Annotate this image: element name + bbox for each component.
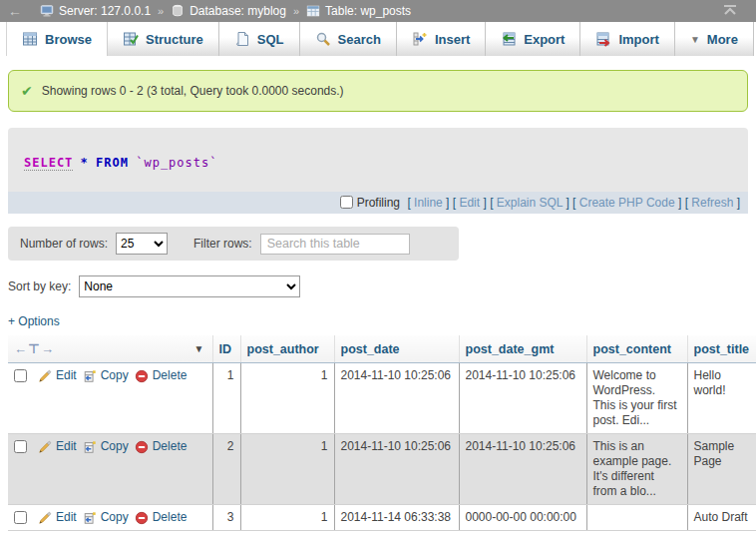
tab-search-label: Search — [338, 32, 381, 47]
edit-label: Edit — [56, 439, 77, 454]
cell-post-author: 1 — [240, 434, 334, 505]
row-edit-link[interactable]: Edit — [38, 439, 77, 454]
status-message: ✔ Showing rows 0 - 2 (3 total, Query too… — [8, 70, 748, 112]
pencil-icon — [38, 440, 52, 454]
browse-icon — [22, 31, 38, 47]
server-breadcrumb-bar: ← Server: 127.0.0.1 » Database: myblog »… — [0, 0, 756, 22]
cell-post-date: 2014-11-10 10:25:06 — [334, 434, 459, 505]
row-edit-link[interactable]: Edit — [38, 510, 77, 525]
cell-post-date-gmt: 2014-11-10 10:25:06 — [459, 434, 586, 505]
column-header-post-content[interactable]: post_content — [586, 335, 687, 363]
sort-control-row: Sort by key: None — [8, 275, 748, 297]
table-row: Edit Copy Delete 1 1 2014-11-10 10:25:06… — [8, 363, 756, 434]
edit-query-link[interactable]: Edit — [459, 196, 480, 210]
results-table: ←⊤→ ▼ ID post_author post_date post_date… — [8, 335, 756, 531]
delete-icon — [135, 440, 149, 454]
cell-post-date: 2014-11-14 06:33:38 — [334, 505, 459, 531]
breadcrumb-database[interactable]: Database: myblog — [171, 4, 286, 18]
column-header-post-date[interactable]: post_date — [334, 335, 459, 363]
column-header-post-date-gmt[interactable]: post_date_gmt — [459, 335, 586, 363]
main-content: ✔ Showing rows 0 - 2 (3 total, Query too… — [0, 56, 756, 531]
cell-post-date: 2014-11-10 10:25:06 — [334, 363, 459, 434]
breadcrumb-table[interactable]: Table: wp_posts — [306, 4, 411, 18]
tab-insert-label: Insert — [435, 32, 470, 47]
tab-export[interactable]: Export — [486, 22, 580, 56]
row-copy-link[interactable]: Copy — [83, 510, 129, 525]
copy-label: Copy — [101, 368, 129, 383]
row-select-checkbox[interactable] — [14, 440, 27, 453]
number-of-rows-select[interactable]: 25 — [116, 233, 168, 255]
import-icon — [595, 31, 611, 47]
row-edit-link[interactable]: Edit — [38, 368, 77, 383]
bracket: ] — [675, 196, 682, 210]
column-header-post-author[interactable]: post_author — [240, 335, 334, 363]
success-check-icon: ✔ — [21, 83, 33, 99]
tab-export-label: Export — [524, 32, 565, 47]
tab-insert[interactable]: Insert — [397, 22, 486, 56]
cell-post-title: Hello world! — [687, 363, 756, 434]
row-delete-link[interactable]: Delete — [135, 368, 188, 383]
explain-sql-link[interactable]: Explain SQL — [497, 196, 563, 210]
row-select-checkbox[interactable] — [14, 369, 27, 382]
delete-icon — [135, 369, 149, 383]
tab-structure-label: Structure — [146, 32, 203, 47]
delete-label: Delete — [153, 510, 188, 525]
refresh-link[interactable]: Refresh — [691, 196, 733, 210]
tab-more[interactable]: ▼ More — [675, 22, 754, 56]
profiling-checkbox[interactable] — [340, 196, 353, 209]
filter-rows-input[interactable] — [260, 234, 410, 255]
pencil-icon — [38, 511, 52, 525]
sql-query-box: SELECT * FROM `wp_posts` Profiling [ Inl… — [8, 128, 748, 214]
breadcrumb-table-label: Table: wp_posts — [325, 4, 411, 18]
delete-label: Delete — [153, 368, 188, 383]
row-delete-link[interactable]: Delete — [135, 510, 188, 525]
cell-post-date-gmt: 2014-11-10 10:25:06 — [459, 363, 586, 434]
status-message-text: Showing rows 0 - 2 (3 total, Query took … — [42, 84, 344, 98]
bracket: [ — [572, 196, 579, 210]
actions-column-header: ←⊤→ ▼ — [8, 335, 212, 363]
cell-post-author: 1 — [240, 505, 334, 531]
cell-post-content: Welcome to WordPress. This is your first… — [586, 363, 687, 434]
column-header-id[interactable]: ID — [212, 335, 240, 363]
cell-post-content: This is an example page. It's different … — [586, 434, 687, 505]
create-php-code-link[interactable]: Create PHP Code — [579, 196, 675, 210]
cell-post-content — [586, 505, 687, 531]
cell-id: 3 — [212, 505, 240, 531]
back-arrow-icon[interactable]: ← — [8, 3, 34, 19]
column-options-caret-icon[interactable]: ▼ — [194, 343, 204, 354]
tab-structure[interactable]: Structure — [108, 22, 219, 56]
move-columns-icon[interactable]: ←⊤→ — [14, 341, 55, 356]
tab-browse[interactable]: Browse — [6, 22, 108, 56]
breadcrumb-separator: » — [157, 5, 165, 17]
breadcrumb-separator: » — [292, 5, 300, 17]
delete-icon — [135, 511, 149, 525]
row-copy-link[interactable]: Copy — [83, 368, 129, 383]
sql-keyword-select[interactable]: SELECT — [24, 156, 73, 171]
sql-query-text: SELECT * FROM `wp_posts` — [8, 128, 748, 192]
tab-bar: Browse Structure SQL Search Insert Expor… — [0, 22, 756, 56]
row-delete-link[interactable]: Delete — [135, 439, 188, 454]
collapse-icon[interactable] — [722, 4, 738, 19]
options-toggle-link[interactable]: + Options — [8, 314, 60, 328]
tab-search[interactable]: Search — [300, 22, 397, 56]
copy-label: Copy — [101, 510, 129, 525]
tab-sql-label: SQL — [257, 32, 284, 47]
export-icon — [501, 31, 517, 47]
database-icon — [171, 4, 185, 18]
row-select-checkbox[interactable] — [14, 511, 27, 524]
inline-link[interactable]: Inline — [414, 196, 443, 210]
column-header-post-title[interactable]: post_title — [687, 335, 756, 363]
row-copy-link[interactable]: Copy — [83, 439, 129, 454]
tab-import-label: Import — [618, 32, 658, 47]
pencil-icon — [38, 369, 52, 383]
insert-icon — [412, 31, 428, 47]
sort-by-key-select[interactable]: None — [79, 275, 300, 297]
cell-id: 2 — [212, 434, 240, 505]
breadcrumb-server[interactable]: Server: 127.0.0.1 — [40, 4, 151, 18]
breadcrumb-server-label: Server: 127.0.0.1 — [59, 4, 151, 18]
tab-sql[interactable]: SQL — [219, 22, 300, 56]
tab-import[interactable]: Import — [580, 22, 674, 56]
cell-post-title: Auto Draft — [687, 505, 756, 531]
copy-icon — [83, 369, 97, 383]
cell-post-date-gmt: 0000-00-00 00:00:00 — [459, 505, 586, 531]
